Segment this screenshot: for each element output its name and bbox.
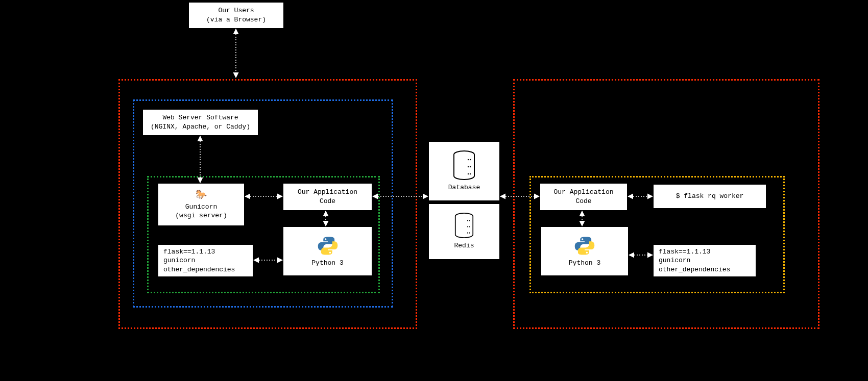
svg-point-12 (467, 233, 468, 234)
python-right-box: Python 3 (541, 227, 628, 275)
svg-point-3 (468, 166, 469, 167)
database-box: Database (429, 142, 499, 200)
web-server-title: Web Server Software (162, 113, 238, 122)
svg-point-8 (467, 220, 468, 221)
svg-point-9 (469, 220, 470, 221)
python-left-label: Python 3 (311, 259, 343, 268)
redis-label: Redis (454, 241, 474, 250)
app-code-left-box: Our Application Code (283, 184, 372, 210)
python-icon (317, 235, 339, 257)
svg-point-1 (468, 159, 469, 160)
svg-point-5 (468, 173, 469, 174)
python-left-box: Python 3 (283, 227, 372, 275)
gunicorn-subtitle: (wsgi server) (175, 211, 227, 220)
svg-point-2 (470, 159, 471, 160)
svg-point-11 (469, 226, 470, 227)
deps-right-3: other_dependencies (659, 265, 730, 274)
gunicorn-box: 🐎 Gunicorn (wsgi server) (158, 184, 244, 225)
deps-left-2: gunicorn (163, 256, 195, 265)
gunicorn-icon: 🐎 (196, 189, 207, 201)
python-icon (574, 235, 595, 257)
svg-point-6 (470, 173, 471, 174)
web-server-box: Web Server Software (NGINX, Apache, or C… (143, 110, 258, 135)
deps-left-1: flask==1.1.13 (163, 247, 215, 257)
database-label: Database (448, 183, 480, 192)
app-code-right-box: Our Application Code (540, 184, 627, 210)
deps-left-3: other_dependencies (163, 265, 235, 274)
web-server-subtitle: (NGINX, Apache, or Caddy) (151, 122, 250, 132)
users-subtitle: (via a Browser) (206, 15, 266, 24)
database-icon (451, 150, 477, 180)
svg-point-4 (470, 166, 471, 167)
deps-right-box: flask==1.1.13 gunicorn other_dependencie… (654, 245, 756, 276)
users-box: Our Users (via a Browser) (189, 3, 283, 28)
svg-point-10 (467, 226, 468, 227)
redis-box: Redis (429, 204, 499, 259)
redis-icon (451, 213, 477, 238)
deps-right-1: flask==1.1.13 (659, 247, 710, 257)
gunicorn-title: Gunicorn (185, 202, 217, 212)
python-right-label: Python 3 (569, 259, 600, 268)
worker-cmd-box: $ flask rq worker (654, 185, 766, 208)
deps-left-box: flask==1.1.13 gunicorn other_dependencie… (158, 245, 253, 276)
users-title: Our Users (218, 6, 254, 15)
svg-point-13 (469, 233, 470, 234)
deps-right-2: gunicorn (659, 256, 690, 265)
